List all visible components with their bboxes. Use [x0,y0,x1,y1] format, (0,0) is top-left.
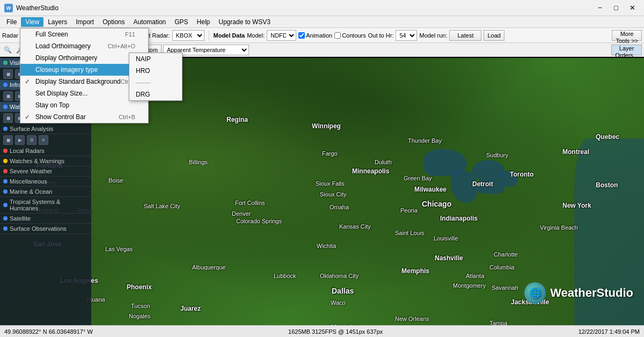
toolbar-right: MoreTools >> [612,30,642,41]
sidebar-dot-5 [3,159,8,163]
lake-ontario [499,171,518,187]
sidebar-icons-3: ◼▶⚙✕ [0,134,91,146]
app-icon: W [4,4,13,12]
minimize-button[interactable]: − [592,1,608,16]
contours-checkbox-label: Contours [334,32,366,39]
display-bg-label: Display Standard Background [35,78,121,85]
sidebar-mini-btn-3-0[interactable]: ◼ [3,135,13,145]
display-bg-check: ✓ [25,78,30,85]
contours-checkbox[interactable] [334,32,341,39]
sidebar-label-5: Watches & Warnings [10,158,64,164]
sidebar-mini-btn-1-0[interactable]: ◼ [3,91,13,101]
out-to-hr-label: Out to Hr: [368,32,394,39]
set-display-label: Set Display Size... [35,90,87,97]
sidebar-section-3[interactable]: Surface Analysis [0,124,91,134]
titlebar-left: W WeatherStudio [4,4,58,12]
separator2 [209,30,209,41]
model-data-label: Model Data [214,32,245,39]
coords-display: 49.96088922° N 66.03648917° W [4,328,93,335]
stats-display: 1625MB 3125FPS @ 1451px 637px [288,328,383,335]
sidebar-dot-7 [3,179,8,184]
display-ortho-label: Display Orthoimagery [35,54,97,62]
fullscreen-label: Full Screen [35,31,68,38]
sidebar-label-10: Satellite [10,215,31,222]
sidebar-label-8: Marine & Ocean [10,188,52,195]
menu-options[interactable]: Options [98,17,129,27]
submenu-drg[interactable]: DRG [129,89,182,100]
model-label: Model: [247,32,265,39]
sidebar-section-9[interactable]: Tropical Systems & Hurricanes [0,197,91,214]
stay-top-label: Stay on Top [35,101,69,109]
sidebar-section-6[interactable]: Severe Weather [0,166,91,177]
sidebar-mini-btn-3-3[interactable]: ✕ [39,135,48,145]
sidebar-section-4[interactable]: Local Radars [0,146,91,156]
sidebar-mini-btn-0-0[interactable]: ◼ [3,69,13,79]
menu-load-ortho[interactable]: Load Orthoimagery Ctrl+Alt+O [20,40,148,52]
sidebar-label-4: Local Radars [10,148,45,154]
menu-stay-on-top[interactable]: Stay on Top [20,99,148,111]
control-bar-label: Show Control Bar [35,113,86,121]
watermark-logo: 🌐 [524,282,546,304]
zoom-in-icon[interactable]: 🔍 [2,45,13,55]
sidebar-section-5[interactable]: Watches & Warnings [0,156,91,166]
app-title: WeatherStudio [16,4,58,12]
submenu-naip[interactable]: NAIP [129,53,182,65]
sidebar-section-11[interactable]: Surface Observations [0,224,91,234]
sidebar-mini-btn-3-2[interactable]: ⚙ [27,135,36,145]
latest-button[interactable]: Latest [449,30,481,41]
menu-import[interactable]: Import [71,17,98,27]
load-ortho-label: Load Orthoimagery [35,42,91,50]
sidebar-dot-3 [3,127,8,131]
sidebar-dot-8 [3,189,8,194]
sidebar-label-11: Surface Observations [10,225,67,232]
datetime-display: 12/22/2017 1:49:04 PM [579,328,640,335]
close-button[interactable]: ✕ [625,1,640,16]
menu-file[interactable]: File [2,17,21,27]
sidebar-dot-10 [3,216,8,221]
control-bar-check: ✓ [25,113,30,121]
menu-show-control-bar[interactable]: ✓ Show Control Bar Ctrl+B [20,111,148,123]
menu-upgrade[interactable]: Upgrade to WSV3 [214,17,275,27]
window-controls: − □ ✕ [592,1,640,16]
menu-layers[interactable]: Layers [43,17,71,27]
sidebar-mini-btn-2-0[interactable]: ◼ [3,113,13,123]
sidebar-dot-1 [3,83,8,87]
sidebar-label-3: Surface Analysis [10,126,53,132]
animation-checkbox-label: Animation [298,32,332,39]
maximize-button[interactable]: □ [609,1,624,16]
sidebar-dot-11 [3,226,8,231]
sidebar-dot-4 [3,149,8,153]
menu-gps[interactable]: GPS [170,17,192,27]
more-tools-button[interactable]: MoreTools >> [612,30,642,41]
menu-help[interactable]: Help [193,17,215,27]
sidebar-mini-btn-3-1[interactable]: ▶ [15,135,25,145]
model-select[interactable]: NDFD [267,30,296,41]
control-bar-shortcut: Ctrl+B [119,114,135,120]
animation-checkbox[interactable] [298,32,305,39]
current-radar-select[interactable]: KBOX [172,30,204,41]
load-button[interactable]: Load [484,30,504,41]
sidebar-dot-0 [3,61,8,65]
layer-orders-button[interactable]: LayerOrders... [611,45,642,55]
model-run-label: Model run: [419,32,447,39]
submenu-separator: ------- [129,77,182,89]
menu-automation[interactable]: Automation [129,17,171,27]
statusbar: 49.96088922° N 66.03648917° W 1625MB 312… [0,325,644,337]
sidebar-dot-9 [3,203,8,207]
watermark-text: WeatherStudio [550,286,633,300]
sidebar-label-6: Severe Weather [10,168,52,174]
sidebar-label-7: Miscellaneous [10,178,47,185]
load-ortho-shortcut: Ctrl+Alt+O [108,43,135,49]
titlebar: W WeatherStudio − □ ✕ [0,0,644,16]
sidebar-section-7[interactable]: Miscellaneous [0,177,91,187]
layer-orders-container: LayerOrders... [611,45,642,55]
menu-view[interactable]: View [21,17,43,27]
menu-fullscreen[interactable]: Full Screen F11 [20,28,148,40]
menubar: File View Layers Import Options Automati… [0,16,644,28]
submenu-hro[interactable]: HRO [129,65,182,77]
sidebar-section-8[interactable]: Marine & Ocean [0,187,91,197]
watermark: 🌐 WeatherStudio [524,282,633,304]
sidebar-section-10[interactable]: Satellite [0,214,91,224]
out-to-hr-select[interactable]: 54 [396,30,417,41]
closeup-submenu: NAIP HRO ------- DRG [129,53,182,101]
